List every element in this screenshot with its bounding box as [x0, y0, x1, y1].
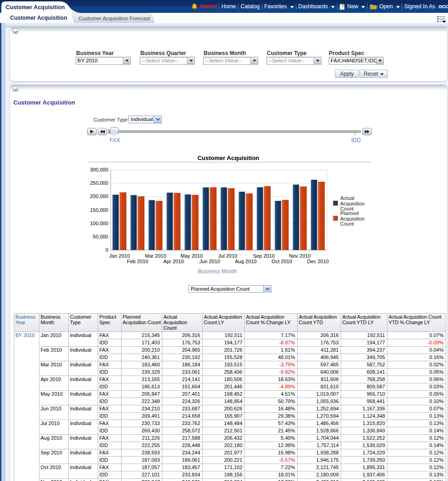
- svg-text:300,000: 300,000: [90, 167, 108, 172]
- svg-text:Feb 2010: Feb 2010: [127, 259, 148, 264]
- svg-text:100,000: 100,000: [90, 221, 108, 226]
- svg-text:Acquisition: Acquisition: [340, 201, 365, 206]
- svg-text:Planned: Planned: [340, 210, 359, 216]
- svg-text:Customer Acquisition: Customer Acquisition: [198, 155, 260, 161]
- svg-text:Jan 2010: Jan 2010: [109, 253, 130, 259]
- svg-text:150,000: 150,000: [90, 207, 108, 213]
- svg-text:Oct 2010: Oct 2010: [271, 259, 292, 264]
- svg-text:Jun 2010: Jun 2010: [199, 259, 220, 264]
- svg-text:May 2010: May 2010: [181, 253, 203, 259]
- svg-text:Mar 2010: Mar 2010: [145, 253, 166, 259]
- svg-text:Nov 2010: Nov 2010: [289, 253, 310, 259]
- svg-text:0: 0: [105, 247, 108, 253]
- svg-text:Sep 2010: Sep 2010: [253, 253, 275, 259]
- svg-text:Count: Count: [340, 221, 354, 227]
- svg-text:Jul 2010: Jul 2010: [218, 253, 238, 259]
- svg-text:Apr 2010: Apr 2010: [163, 259, 184, 264]
- svg-text:Aug 2010: Aug 2010: [235, 259, 256, 264]
- svg-text:Acquisition: Acquisition: [340, 216, 365, 221]
- svg-text:Dec 2010: Dec 2010: [307, 259, 329, 264]
- svg-text:250,000: 250,000: [90, 180, 108, 186]
- svg-text:Business Month: Business Month: [198, 268, 237, 275]
- svg-text:200,000: 200,000: [90, 194, 108, 199]
- svg-text:50,000: 50,000: [93, 234, 108, 239]
- svg-text:Actual: Actual: [340, 195, 354, 201]
